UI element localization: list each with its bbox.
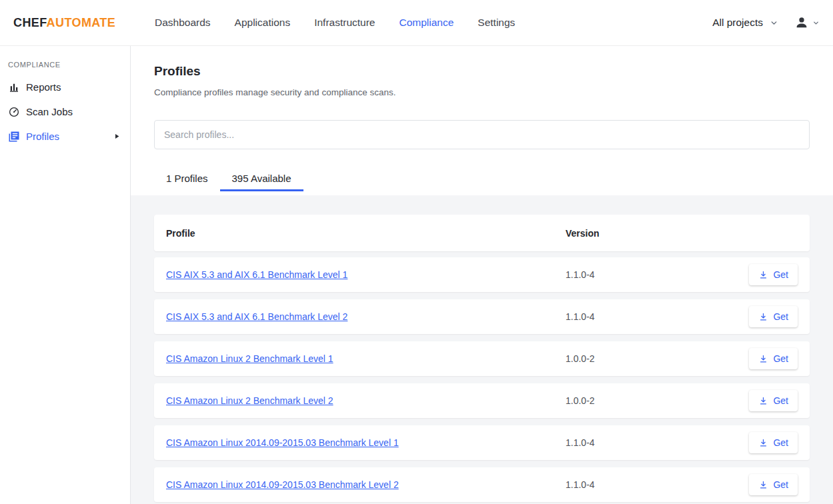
tab-395-available[interactable]: 395 Available [220, 165, 303, 191]
action-cell: Get [749, 348, 798, 369]
table-row: CIS Amazon Linux 2014.09-2015.03 Benchma… [154, 425, 810, 460]
chevron-down-icon [812, 19, 820, 27]
download-icon [758, 312, 768, 322]
action-cell: Get [749, 306, 798, 327]
profile-version: 1.1.0-4 [566, 311, 749, 322]
library-icon [8, 131, 20, 143]
get-button[interactable]: Get [749, 432, 798, 453]
action-cell: Get [749, 264, 798, 285]
search-input[interactable] [154, 120, 810, 149]
expand-arrow-icon [114, 133, 120, 139]
profile-cell: CIS AIX 5.3 and AIX 6.1 Benchmark Level … [166, 311, 566, 323]
profile-link[interactable]: CIS Amazon Linux 2 Benchmark Level 1 [166, 353, 333, 364]
profiles-table-area: Profile Version CIS AIX 5.3 and AIX 6.1 … [131, 195, 833, 504]
download-icon [758, 354, 768, 364]
table-header-row: Profile Version [154, 215, 810, 251]
get-button-label: Get [773, 395, 788, 406]
projects-selector[interactable]: All projects [712, 17, 778, 29]
profile-link[interactable]: CIS Amazon Linux 2014.09-2015.03 Benchma… [166, 479, 399, 490]
get-button[interactable]: Get [749, 264, 798, 285]
get-button-label: Get [773, 437, 788, 448]
user-menu[interactable] [794, 15, 820, 30]
radar-icon [8, 106, 20, 118]
download-icon [758, 480, 768, 490]
page-header: Profiles Compliance profiles manage secu… [131, 46, 833, 191]
nav-item-dashboards[interactable]: Dashboards [155, 17, 211, 29]
sidebar-item-label: Scan Jobs [26, 106, 73, 117]
action-cell: Get [749, 474, 798, 495]
get-button[interactable]: Get [749, 306, 798, 327]
tabs: 1 Profiles395 Available [154, 165, 810, 191]
nav-item-infrastructure[interactable]: Infrastructure [314, 17, 375, 29]
profile-link[interactable]: CIS Amazon Linux 2 Benchmark Level 2 [166, 395, 333, 406]
sidebar-section-label: COMPLIANCE [0, 61, 130, 69]
app-window: CHEFAUTOMATE DashboardsApplicationsInfra… [0, 0, 833, 504]
body-row: COMPLIANCE ReportsScan JobsProfiles Prof… [0, 46, 833, 504]
profiles-table-body: CIS AIX 5.3 and AIX 6.1 Benchmark Level … [154, 257, 810, 502]
sidebar-menu: ReportsScan JobsProfiles [0, 75, 130, 149]
tab-1-profiles[interactable]: 1 Profiles [154, 165, 220, 191]
topbar-right: All projects [712, 15, 833, 30]
column-header-profile: Profile [166, 228, 566, 239]
top-bar: CHEFAUTOMATE DashboardsApplicationsInfra… [0, 0, 833, 46]
action-cell: Get [749, 432, 798, 453]
logo-automate-text: AUTOMATE [47, 16, 116, 29]
profile-version: 1.1.0-4 [566, 269, 749, 280]
profile-cell: CIS AIX 5.3 and AIX 6.1 Benchmark Level … [166, 269, 566, 281]
chevron-down-icon [770, 19, 778, 27]
get-button[interactable]: Get [749, 474, 798, 495]
table-row: CIS Amazon Linux 2014.09-2015.03 Benchma… [154, 467, 810, 502]
page-subtitle: Compliance profiles manage security and … [154, 87, 810, 98]
main-content: Profiles Compliance profiles manage secu… [131, 46, 833, 504]
table-row: CIS AIX 5.3 and AIX 6.1 Benchmark Level … [154, 257, 810, 292]
profile-link[interactable]: CIS Amazon Linux 2014.09-2015.03 Benchma… [166, 437, 399, 448]
table-row: CIS Amazon Linux 2 Benchmark Level 1 1.0… [154, 341, 810, 376]
table-row: CIS Amazon Linux 2 Benchmark Level 2 1.0… [154, 383, 810, 418]
get-button[interactable]: Get [749, 348, 798, 369]
profile-version: 1.0.0-2 [566, 395, 749, 406]
column-header-version: Version [566, 228, 798, 239]
page-title: Profiles [154, 64, 810, 79]
profile-version: 1.1.0-4 [566, 479, 749, 490]
get-button[interactable]: Get [749, 390, 798, 411]
sidebar-item-label: Profiles [26, 131, 59, 142]
download-icon [758, 396, 768, 406]
get-button-label: Get [773, 479, 788, 490]
chef-automate-logo[interactable]: CHEFAUTOMATE [0, 16, 131, 30]
sidebar-item-scan-jobs[interactable]: Scan Jobs [0, 99, 130, 124]
table-row: CIS AIX 5.3 and AIX 6.1 Benchmark Level … [154, 299, 810, 334]
profile-link[interactable]: CIS AIX 5.3 and AIX 6.1 Benchmark Level … [166, 269, 347, 280]
profile-cell: CIS Amazon Linux 2014.09-2015.03 Benchma… [166, 479, 566, 491]
profile-cell: CIS Amazon Linux 2 Benchmark Level 2 [166, 395, 566, 407]
get-button-label: Get [773, 311, 788, 322]
get-button-label: Get [773, 269, 788, 280]
download-icon [758, 438, 768, 448]
sidebar-item-label: Reports [26, 81, 61, 93]
logo-chef-text: CHEF [13, 16, 47, 29]
download-icon [758, 270, 768, 280]
action-cell: Get [749, 390, 798, 411]
bar-chart-icon [8, 81, 20, 93]
nav-item-settings[interactable]: Settings [478, 17, 515, 29]
sidebar: COMPLIANCE ReportsScan JobsProfiles [0, 46, 131, 504]
profile-cell: CIS Amazon Linux 2 Benchmark Level 1 [166, 353, 566, 365]
profile-version: 1.1.0-4 [566, 437, 749, 448]
sidebar-item-reports[interactable]: Reports [0, 75, 130, 99]
projects-selector-label: All projects [712, 17, 763, 29]
nav-item-compliance[interactable]: Compliance [399, 17, 454, 29]
profile-cell: CIS Amazon Linux 2014.09-2015.03 Benchma… [166, 437, 566, 449]
profile-version: 1.0.0-2 [566, 353, 749, 364]
nav-item-applications[interactable]: Applications [235, 17, 291, 29]
profile-link[interactable]: CIS AIX 5.3 and AIX 6.1 Benchmark Level … [166, 311, 347, 322]
sidebar-item-profiles[interactable]: Profiles [0, 124, 130, 149]
user-avatar-icon [794, 15, 809, 30]
get-button-label: Get [773, 353, 788, 364]
top-nav: DashboardsApplicationsInfrastructureComp… [155, 17, 515, 29]
